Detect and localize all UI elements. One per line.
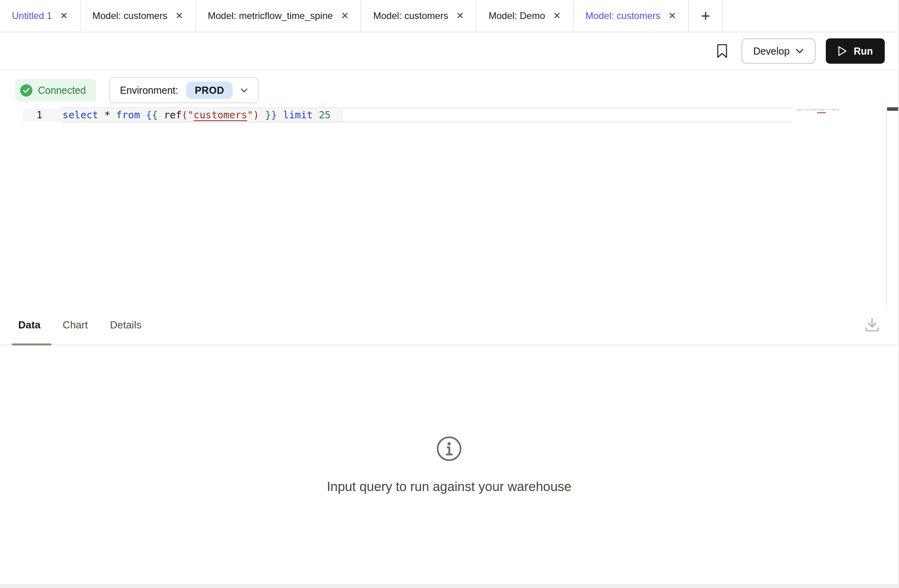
close-icon[interactable]: ✕ xyxy=(456,11,464,21)
code-token: } xyxy=(265,109,271,121)
code-token xyxy=(110,109,116,121)
empty-state-message: Input query to run against your warehous… xyxy=(327,479,571,494)
editor-overview-rail xyxy=(886,101,898,305)
code-token: from xyxy=(116,109,140,121)
code-token xyxy=(98,109,104,121)
window-bottom-edge xyxy=(0,584,898,588)
code-token: 25 xyxy=(837,109,839,111)
run-button[interactable]: Run xyxy=(826,38,885,64)
environment-label: Environment: xyxy=(120,85,178,96)
code-token: select xyxy=(63,109,98,121)
chevron-down-icon xyxy=(241,88,248,93)
code-token: { xyxy=(146,109,152,121)
tab-label: Model: customers xyxy=(93,10,167,21)
close-icon[interactable]: ✕ xyxy=(60,11,68,21)
code-token xyxy=(140,109,146,121)
close-icon[interactable]: ✕ xyxy=(341,11,349,21)
code-token: ref xyxy=(164,109,182,121)
new-tab-button[interactable]: + xyxy=(689,0,723,32)
tab-0[interactable]: Untitled 1 ✕ xyxy=(0,0,81,32)
editor-tab-bar: Untitled 1 ✕ Model: customers ✕ Model: m… xyxy=(0,0,898,32)
develop-label: Develop xyxy=(753,46,790,57)
scrollbar-thumb[interactable] xyxy=(887,107,898,111)
develop-dropdown-button[interactable]: Develop xyxy=(742,38,816,64)
active-tab-underline xyxy=(12,343,51,345)
code-line[interactable]: select * from {{ ref("customers") }} lim… xyxy=(63,108,331,121)
code-token xyxy=(277,109,283,121)
code-token: ) xyxy=(253,109,259,121)
environment-value-badge: PROD xyxy=(186,82,233,99)
code-token: limit xyxy=(831,109,836,111)
info-icon xyxy=(436,436,462,462)
code-token: from xyxy=(805,109,809,111)
tab-label: Untitled 1 xyxy=(12,10,52,21)
close-icon[interactable]: ✕ xyxy=(553,11,561,21)
tab-1[interactable]: Model: customers ✕ xyxy=(81,0,196,32)
close-icon[interactable]: ✕ xyxy=(668,11,676,21)
code-token: ( xyxy=(182,109,188,121)
connection-status-label: Connected xyxy=(38,85,86,96)
check-icon xyxy=(20,84,32,97)
tab-label: Model: customers xyxy=(586,10,660,21)
code-token: * xyxy=(104,109,110,121)
code-token xyxy=(158,109,164,121)
connection-status-badge: Connected xyxy=(15,79,96,102)
minimap-line: select * from {{ ref("customers") }} lim… xyxy=(796,109,839,111)
code-token: { xyxy=(152,109,158,121)
code-token: select xyxy=(796,109,802,111)
play-icon xyxy=(838,46,847,56)
tab-chart[interactable]: Chart xyxy=(63,319,88,331)
run-label: Run xyxy=(853,46,873,57)
code-token: limit xyxy=(283,109,313,121)
code-ref-link: customers xyxy=(817,109,826,111)
code-token: 25 xyxy=(319,109,330,121)
tab-label: Model: metricflow_time_spine xyxy=(208,10,333,21)
code-token xyxy=(313,109,319,121)
toolbar: Develop Run xyxy=(0,32,898,70)
sql-editor[interactable]: Connected Environment: PROD 1 select * f… xyxy=(0,70,898,305)
code-token xyxy=(259,109,265,121)
environment-selector[interactable]: Environment: PROD xyxy=(109,77,259,103)
code-ref-link[interactable]: customers xyxy=(193,109,247,121)
editor-status-row: Connected Environment: PROD xyxy=(15,77,259,103)
close-icon[interactable]: ✕ xyxy=(175,11,183,21)
tab-3[interactable]: Model: customers ✕ xyxy=(361,0,477,32)
code-token: " xyxy=(247,109,253,121)
ide-window: Untitled 1 ✕ Model: customers ✕ Model: m… xyxy=(0,0,899,588)
tab-data[interactable]: Data xyxy=(18,319,40,331)
code-token: } xyxy=(271,109,277,121)
tab-label: Model: Demo xyxy=(489,10,545,21)
code-token: " xyxy=(188,109,193,121)
tab-5[interactable]: Model: customers ✕ xyxy=(574,0,689,32)
tab-4[interactable]: Model: Demo ✕ xyxy=(477,0,574,32)
results-empty-state: Input query to run against your warehous… xyxy=(0,345,898,584)
tab-2[interactable]: Model: metricflow_time_spine ✕ xyxy=(196,0,361,32)
results-tab-bar: Data Chart Details xyxy=(0,305,898,345)
chevron-down-icon xyxy=(796,49,804,53)
tab-details[interactable]: Details xyxy=(110,319,141,331)
tab-label: Model: customers xyxy=(373,10,448,21)
download-icon[interactable] xyxy=(862,315,882,336)
line-number: 1 xyxy=(36,108,42,121)
bookmark-icon[interactable] xyxy=(713,41,731,61)
